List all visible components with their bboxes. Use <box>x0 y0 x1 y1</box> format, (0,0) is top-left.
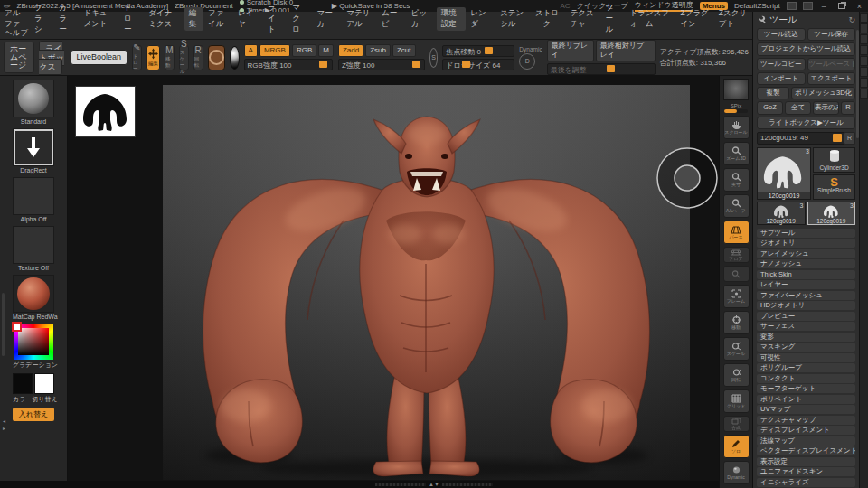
brush-preview-button[interactable] <box>208 45 225 70</box>
slider-handle[interactable] <box>462 61 470 68</box>
tool-section-header[interactable]: ファイバーメッシュ <box>757 291 855 300</box>
layout-icon[interactable] <box>787 2 797 10</box>
dynamic-label[interactable]: Dynamic <box>519 46 542 52</box>
restore-button[interactable] <box>835 2 848 11</box>
menu-item[interactable]: Zプラグイン <box>676 7 714 31</box>
liveboolean-button[interactable]: LiveBoolean <box>71 50 128 65</box>
scale-mode-button[interactable]: Sスケール <box>179 45 189 70</box>
layout-2-icon[interactable] <box>803 2 813 10</box>
menu-item[interactable]: ムービー <box>377 7 407 31</box>
swap-color-button[interactable]: 入れ替え <box>13 408 54 421</box>
duplicate-button[interactable]: 複製 <box>757 87 789 99</box>
menu-item[interactable]: テクスチャ <box>566 7 601 31</box>
goz-button[interactable]: GoZ <box>757 101 783 114</box>
zoom3d-button[interactable]: ズーム3D <box>723 142 750 165</box>
menu-item[interactable]: ライト <box>263 2 288 36</box>
recent-tool-2-selected[interactable]: 3 120cg0019 <box>807 202 856 225</box>
focal-shift-slider[interactable]: 焦点移動 0 <box>442 45 514 57</box>
color-picker[interactable]: グラデーション <box>13 324 54 370</box>
copy-tool-button[interactable]: ツールコピー <box>757 58 806 70</box>
menu-item[interactable]: レイヤー <box>233 7 263 31</box>
tool-section-header[interactable]: Thick Skin <box>757 270 855 279</box>
simplebrush-tool[interactable]: S SimpleBrush <box>813 174 855 200</box>
m-toggle[interactable]: M <box>318 44 334 57</box>
menu-item[interactable]: ドロー <box>119 2 144 36</box>
close-button[interactable]: × <box>854 2 864 11</box>
goz-r-button[interactable]: R <box>841 101 855 114</box>
scale-3d-button[interactable]: スケール <box>723 337 750 361</box>
zadd-toggle[interactable]: Zadd <box>338 44 363 57</box>
tool-section-header[interactable]: サブツール <box>757 229 855 238</box>
tool-section-header[interactable]: 可視性 <box>757 353 855 362</box>
tool-section-header[interactable]: プレビュー <box>757 312 855 321</box>
homepage-button[interactable]: ホームページ <box>4 42 34 73</box>
rgb-toggle[interactable]: RGB <box>292 44 316 57</box>
replay-last-relative-button[interactable]: 最終相対リプレイ <box>596 40 656 61</box>
menu-item[interactable]: ダイナミクス <box>144 7 184 31</box>
goz-visible-button[interactable]: 表示のみ <box>813 101 839 114</box>
left-shelf-scrollbar[interactable] <box>2 293 5 356</box>
import-button[interactable]: インポート <box>757 72 806 85</box>
menu-item[interactable]: ツール <box>600 2 625 36</box>
move-mode-button[interactable]: M移動 <box>165 45 175 70</box>
move-3d-button[interactable]: 移動 <box>723 311 750 334</box>
menu-item-help[interactable]: ヘルプ <box>0 27 33 40</box>
tool-item-slider[interactable]: 120cg0019: 49 R <box>757 132 855 145</box>
rgb-intensity-slider[interactable]: RGB強度 100 <box>244 59 333 70</box>
sculpt-model[interactable] <box>163 85 690 480</box>
menu-item[interactable]: 編集 <box>184 7 203 31</box>
edit-mode-button[interactable]: 編集 <box>146 45 160 70</box>
paste-tool-button[interactable]: ツールペースト <box>807 58 856 70</box>
slider-handle[interactable] <box>607 65 615 72</box>
menu-item[interactable]: ブラシ <box>30 2 54 36</box>
make-polymesh3d-button[interactable]: ポリメッシュ3D化 <box>791 87 855 99</box>
dynamic-perspective-button[interactable]: Dynamic <box>723 461 750 484</box>
load-tool-button[interactable]: ツール読込 <box>757 28 806 41</box>
save-tool-button[interactable]: ツール保存 <box>807 28 856 41</box>
menu-item[interactable]: マクロ <box>288 2 312 36</box>
perspective-button[interactable]: パース <box>723 221 750 244</box>
local-symmetry-button[interactable] <box>723 266 750 282</box>
tool-section-header[interactable]: 表示設定 <box>757 457 855 466</box>
menu-item[interactable]: 環境設定 <box>437 7 467 31</box>
tool-slider-r-button[interactable]: R <box>844 132 855 145</box>
current-alpha[interactable]: Alpha Off <box>13 177 54 222</box>
tool-section-header[interactable]: ユニファイドスキン <box>757 467 855 476</box>
actual-size-button[interactable]: 実寸 <box>723 168 750 192</box>
slider-handle[interactable] <box>412 61 420 68</box>
adjust-last-slider[interactable]: 最後を調整 <box>547 63 656 75</box>
lightbox-button[interactable]: ライトボックス <box>39 41 64 75</box>
current-stroke[interactable]: DragRect <box>13 128 54 174</box>
spix-slider[interactable]: SPix <box>724 103 748 113</box>
scroll-button[interactable]: スクロール <box>723 116 750 139</box>
menu-item[interactable]: マーカー <box>313 7 343 31</box>
main-color-swatch[interactable] <box>13 373 33 394</box>
menu-item[interactable]: ピッカー <box>407 7 437 31</box>
menu-item[interactable]: ステンシル <box>495 7 531 31</box>
tool-section-header[interactable]: サーフェス <box>757 322 855 331</box>
tool-section-header[interactable]: マスキング <box>757 343 855 352</box>
bpr-preview-button[interactable] <box>723 79 749 100</box>
current-texture[interactable]: Texture Off <box>13 226 54 271</box>
right-tray-edge[interactable] <box>859 12 868 488</box>
tool-section-header[interactable]: イニシャライズ <box>757 478 855 487</box>
airbrush-toggle[interactable]: A <box>244 44 258 57</box>
tool-section-header[interactable]: 法線マップ <box>757 436 855 446</box>
zcut-toggle[interactable]: Zcut <box>392 44 416 57</box>
rotate-3d-button[interactable]: 回転 <box>723 363 750 387</box>
secondary-color-swatch[interactable] <box>34 373 54 394</box>
slider-handle[interactable] <box>319 61 327 68</box>
zbrush-document[interactable] <box>163 85 690 480</box>
tool-section-header[interactable]: レイヤー <box>757 280 855 289</box>
tool-section-header[interactable]: UVマップ <box>757 405 855 414</box>
minimize-button[interactable]: – <box>819 2 829 11</box>
slider-handle[interactable] <box>833 134 842 142</box>
dynamic-brush-icon[interactable]: D <box>519 53 535 70</box>
recent-tool-1[interactable]: 3 120cg0019 <box>757 202 806 225</box>
tool-section-header[interactable]: テクスチャマップ <box>757 416 855 425</box>
menu-item[interactable]: トランスフォーム <box>626 7 676 31</box>
replay-last-button[interactable]: 最終リプレイ <box>547 40 594 61</box>
tool-section-header[interactable]: コンタクト <box>757 374 855 383</box>
current-material[interactable]: MatCap RedWa <box>13 275 54 320</box>
menu-item[interactable]: Zスクリプト <box>714 7 752 31</box>
